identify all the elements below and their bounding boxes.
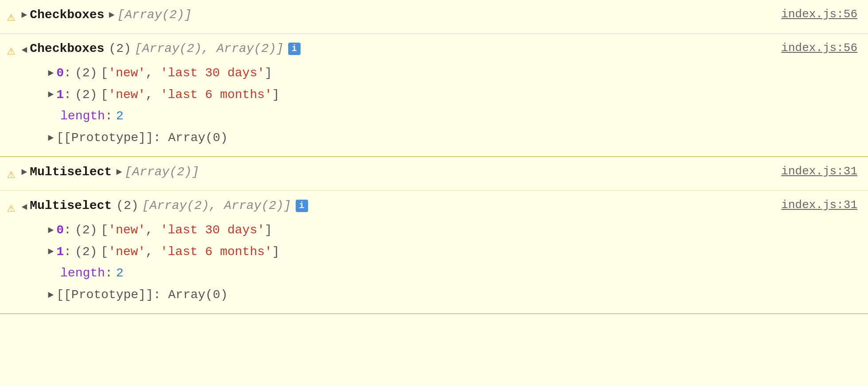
bracket-open-4-0: [ [101, 221, 108, 240]
length-label-4: length [60, 264, 105, 284]
val2-4-1: 'last 6 months' [160, 242, 272, 262]
bracket-open-2-1: [ [101, 85, 108, 105]
length-value-4: 2 [116, 264, 124, 284]
item-triangle-4-0[interactable]: ► [48, 223, 54, 238]
count-4-1: (2) [75, 242, 97, 262]
val1-2-0: 'new' [108, 63, 145, 83]
length-colon-4: : [105, 264, 113, 284]
bracket-close-2-0: ] [265, 63, 272, 83]
arrow-3: ► [116, 165, 122, 180]
label-multiselect-3: Multiselect [30, 162, 112, 182]
item-triangle-2-1[interactable]: ► [48, 87, 54, 102]
array-count-2: (2) [109, 39, 131, 59]
label-checkboxes-1: Checkboxes [30, 5, 104, 25]
bracket-close-4-1: ] [272, 242, 280, 262]
prototype-row-4: ► [[Prototype]]: Array(0) [48, 285, 763, 305]
file-link-4[interactable]: index.js:31 [763, 196, 857, 215]
info-badge-4: i [296, 200, 308, 212]
row-main-1: ► Checkboxes ► [Array(2)] [21, 5, 763, 25]
triangle-2[interactable]: ▼ [16, 47, 32, 53]
file-link-2[interactable]: index.js:56 [763, 39, 857, 58]
warning-icon-2: ⚠ [7, 40, 15, 62]
row-main-4: ▼ Multiselect (2) [Array(2), Array(2)] i [21, 196, 763, 216]
item-triangle-4-1[interactable]: ► [48, 244, 54, 260]
prototype-text-2: [[Prototype]]: Array(0) [56, 128, 227, 148]
item-triangle-2-0[interactable]: ► [48, 66, 54, 81]
val2-2-0: 'last 30 days' [160, 63, 265, 83]
warning-icon-4: ⚠ [7, 197, 15, 219]
warning-icon-3: ⚠ [7, 164, 15, 185]
length-value-2: 2 [116, 106, 124, 126]
console-row-3: ⚠ ► Multiselect ► [Array(2)] index.js:31 [0, 157, 868, 191]
triangle-3[interactable]: ► [21, 165, 27, 180]
val1-4-1: 'new' [108, 242, 145, 262]
val1-4-0: 'new' [108, 221, 145, 240]
sub-row-4-0: ► 0 : (2) [ 'new' , 'last 30 days' ] [48, 221, 763, 240]
file-link-3[interactable]: index.js:31 [763, 162, 857, 181]
expanded-content-4: ► 0 : (2) [ 'new' , 'last 30 days' ] ► 1… [48, 219, 763, 305]
index-4-0: 0 [56, 221, 64, 240]
comma-2-0: , [145, 63, 160, 83]
comma-4-0: , [145, 221, 160, 240]
bracket-open-2-0: [ [101, 63, 108, 83]
bracket-close-4-0: ] [265, 221, 272, 240]
index-2-1: 1 [56, 85, 64, 105]
val2-2-1: 'last 6 months' [160, 85, 272, 105]
row-content-2: ▼ Checkboxes (2) [Array(2), Array(2)] i … [21, 39, 763, 148]
expanded-content-2: ► 0 : (2) [ 'new' , 'last 30 days' ] ► 1… [48, 62, 763, 148]
length-row-4: length : 2 [60, 264, 763, 284]
index-2-0: 0 [56, 63, 64, 83]
triangle-1[interactable]: ► [21, 8, 27, 23]
array-summary-3: [Array(2)] [125, 162, 199, 182]
count-2-1: (2) [75, 85, 97, 105]
sub-row-2-1: ► 1 : (2) [ 'new' , 'last 6 months' ] [48, 85, 763, 105]
console-panel: ⚠ ► Checkboxes ► [Array(2)] index.js:56 … [0, 0, 868, 314]
console-row-1: ⚠ ► Checkboxes ► [Array(2)] index.js:56 [0, 0, 868, 34]
index-4-1: 1 [56, 242, 64, 262]
label-checkboxes-2: Checkboxes [30, 39, 104, 59]
sub-row-4-1: ► 1 : (2) [ 'new' , 'last 6 months' ] [48, 242, 763, 262]
bracket-open-4-1: [ [101, 242, 108, 262]
row-content-1: ► Checkboxes ► [Array(2)] [21, 5, 763, 25]
warning-icon-1: ⚠ [7, 7, 15, 28]
row-content-3: ► Multiselect ► [Array(2)] [21, 162, 763, 182]
row-main-3: ► Multiselect ► [Array(2)] [21, 162, 763, 182]
proto-triangle-2[interactable]: ► [48, 130, 54, 146]
console-row-2: ⚠ ▼ Checkboxes (2) [Array(2), Array(2)] … [0, 34, 868, 157]
val2-4-0: 'last 30 days' [160, 221, 265, 240]
prototype-text-4: [[Prototype]]: Array(0) [56, 285, 227, 305]
count-2-0: (2) [75, 63, 97, 83]
arrow-1: ► [109, 8, 114, 23]
colon-2-0: : [64, 63, 71, 83]
row-content-4: ▼ Multiselect (2) [Array(2), Array(2)] i… [21, 196, 763, 305]
comma-4-1: , [145, 242, 160, 262]
array-summary-2: [Array(2), Array(2)] [135, 39, 284, 59]
label-multiselect-4: Multiselect [30, 196, 112, 216]
sub-row-2-0: ► 0 : (2) [ 'new' , 'last 30 days' ] [48, 63, 763, 83]
row-main-2: ▼ Checkboxes (2) [Array(2), Array(2)] i [21, 39, 763, 59]
length-row-2: length : 2 [60, 106, 763, 126]
bracket-close-2-1: ] [272, 85, 280, 105]
proto-triangle-4[interactable]: ► [48, 288, 54, 303]
console-row-4: ⚠ ▼ Multiselect (2) [Array(2), Array(2)]… [0, 191, 868, 314]
length-colon-2: : [105, 106, 113, 126]
count-4-0: (2) [75, 221, 97, 240]
colon-4-1: : [64, 242, 71, 262]
triangle-4[interactable]: ▼ [16, 204, 32, 210]
array-count-4: (2) [116, 196, 138, 216]
colon-4-0: : [64, 221, 71, 240]
colon-2-1: : [64, 85, 71, 105]
info-badge-2: i [288, 43, 301, 55]
array-summary-1: [Array(2)] [117, 5, 192, 25]
array-summary-4: [Array(2), Array(2)] [142, 196, 291, 216]
val1-2-1: 'new' [108, 85, 145, 105]
length-label-2: length [60, 106, 105, 126]
prototype-row-2: ► [[Prototype]]: Array(0) [48, 128, 763, 148]
file-link-1[interactable]: index.js:56 [763, 5, 857, 24]
comma-2-1: , [145, 85, 160, 105]
